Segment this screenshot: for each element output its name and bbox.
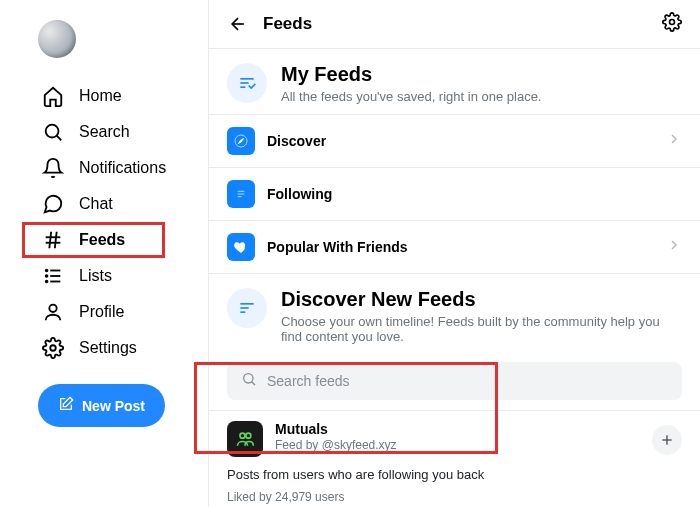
saved-feed-following[interactable]: Following (209, 167, 700, 220)
discover-subtitle: Choose your own timeline! Feeds built by… (281, 314, 682, 344)
new-post-label: New Post (82, 398, 145, 414)
page-header: Feeds (209, 0, 700, 49)
avatar[interactable] (38, 20, 76, 58)
sidebar-item-settings[interactable]: Settings (38, 330, 194, 366)
search-wrap (209, 354, 700, 410)
svg-point-11 (49, 305, 56, 312)
my-feeds-title: My Feeds (281, 63, 541, 86)
svg-line-4 (55, 232, 57, 249)
new-post-button[interactable]: New Post (38, 384, 165, 427)
bell-icon (42, 157, 64, 179)
search-icon (42, 121, 64, 143)
hash-icon (42, 229, 64, 251)
feed-card-desc: Posts from users who are following you b… (227, 467, 682, 482)
svg-marker-18 (238, 138, 243, 143)
svg-point-12 (50, 345, 56, 351)
page-title: Feeds (263, 14, 648, 34)
svg-point-8 (46, 270, 48, 272)
saved-feed-label: Following (267, 186, 332, 202)
compass-icon (227, 127, 255, 155)
sidebar-item-feeds[interactable]: Feeds (38, 222, 194, 258)
svg-point-9 (46, 275, 48, 277)
sidebar-item-label: Lists (79, 267, 112, 285)
sidebar-item-home[interactable]: Home (38, 78, 194, 114)
home-icon (42, 85, 64, 107)
svg-line-3 (49, 232, 51, 249)
settings-button[interactable] (662, 12, 682, 36)
my-feeds-icon (227, 63, 267, 103)
add-feed-button[interactable] (652, 425, 682, 455)
gear-icon (42, 337, 64, 359)
svg-point-0 (46, 125, 59, 138)
saved-feed-label: Popular With Friends (267, 239, 408, 255)
svg-point-28 (240, 433, 245, 438)
sidebar-item-lists[interactable]: Lists (38, 258, 194, 294)
sidebar-item-label: Home (79, 87, 122, 105)
discover-section: Discover New Feeds Choose your own timel… (209, 273, 700, 354)
sidebar-item-notifications[interactable]: Notifications (38, 150, 194, 186)
following-icon (227, 180, 255, 208)
feed-card-by: Feed by @skyfeed.xyz (275, 438, 397, 452)
chevron-right-icon (666, 131, 682, 151)
feed-card-title: Mutuals (275, 421, 397, 437)
sidebar-item-label: Profile (79, 303, 124, 321)
main: Feeds My Feeds All the feeds you've save… (208, 0, 700, 507)
search-input-container[interactable] (227, 362, 682, 400)
sidebar-item-label: Notifications (79, 159, 166, 177)
sidebar-item-label: Feeds (79, 231, 125, 249)
sidebar-item-chat[interactable]: Chat (38, 186, 194, 222)
sidebar-item-label: Settings (79, 339, 137, 357)
back-button[interactable] (227, 13, 249, 35)
sidebar-item-search[interactable]: Search (38, 114, 194, 150)
heart-icon (227, 233, 255, 261)
mutuals-icon (227, 421, 263, 457)
discover-title: Discover New Feeds (281, 288, 682, 311)
sidebar-item-label: Search (79, 123, 130, 141)
discover-icon (227, 288, 267, 328)
svg-point-29 (246, 433, 251, 438)
compose-icon (58, 396, 74, 415)
feed-card-mutuals[interactable]: Mutuals Feed by @skyfeed.xyz Posts from … (209, 410, 700, 507)
saved-feed-popular[interactable]: Popular With Friends (209, 220, 700, 273)
list-icon (42, 265, 64, 287)
feed-card-likes: Liked by 24,979 users (227, 490, 682, 504)
svg-point-13 (670, 20, 675, 25)
chat-icon (42, 193, 64, 215)
search-input[interactable] (267, 373, 668, 389)
sidebar-item-profile[interactable]: Profile (38, 294, 194, 330)
chevron-right-icon (666, 237, 682, 257)
saved-feed-discover[interactable]: Discover (209, 114, 700, 167)
saved-feed-label: Discover (267, 133, 326, 149)
my-feeds-section: My Feeds All the feeds you've saved, rig… (209, 49, 700, 114)
search-icon (241, 371, 257, 391)
user-icon (42, 301, 64, 323)
sidebar-item-label: Chat (79, 195, 113, 213)
my-feeds-subtitle: All the feeds you've saved, right in one… (281, 89, 541, 104)
svg-point-25 (244, 374, 253, 383)
sidebar: Home Search Notifications Chat Feeds Lis… (0, 0, 208, 507)
svg-point-10 (46, 281, 48, 283)
